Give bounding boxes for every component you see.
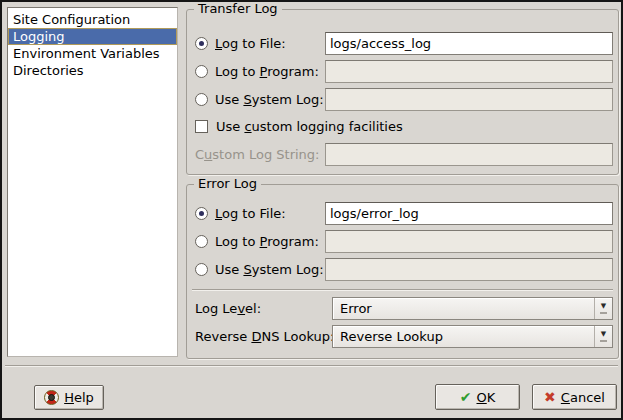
cancel-button-label: Cancel — [561, 390, 605, 405]
transfer-system-log-input — [325, 88, 613, 111]
ok-button-label: OK — [476, 390, 495, 405]
error-use-system-log-label[interactable]: Use System Log: — [215, 262, 324, 277]
use-custom-logging-label[interactable]: Use custom logging facilities — [216, 119, 403, 134]
error-frame-separator — [192, 289, 613, 291]
reverse-dns-label: Reverse DNS Lookup: — [195, 329, 334, 344]
cancel-button[interactable]: ✖ Cancel — [532, 384, 617, 410]
transfer-log-to-program-radio[interactable] — [195, 65, 208, 78]
transfer-log-to-file-radio[interactable] — [195, 37, 208, 50]
error-use-system-log-radio[interactable] — [195, 263, 208, 276]
help-button[interactable]: Help — [34, 385, 104, 410]
transfer-use-system-log-row: Use System Log: — [195, 88, 613, 111]
error-log-file-input[interactable] — [325, 202, 613, 225]
error-system-log-input — [325, 258, 613, 281]
transfer-log-frame: Transfer Log Log to File: Log to Program… — [186, 9, 619, 175]
transfer-log-to-program-label[interactable]: Log to Program: — [215, 64, 319, 79]
error-log-to-program-radio[interactable] — [195, 235, 208, 248]
transfer-use-system-log-radio[interactable] — [195, 93, 208, 106]
dialog-separator — [5, 365, 618, 367]
error-log-frame-title: Error Log — [194, 176, 261, 192]
error-log-to-file-row: Log to File: — [195, 202, 613, 225]
custom-log-string-row: Custom Log String: — [195, 143, 613, 166]
transfer-log-frame-title: Transfer Log — [194, 1, 282, 17]
reverse-dns-row: Reverse DNS Lookup: Reverse Lookup ▼ — [195, 325, 613, 348]
logging-config-dialog: Site Configuration Logging Environment V… — [0, 0, 623, 420]
cross-icon: ✖ — [544, 390, 556, 404]
error-log-to-program-label[interactable]: Log to Program: — [215, 234, 319, 249]
transfer-log-to-program-row: Log to Program: — [195, 60, 613, 83]
error-log-to-file-radio[interactable] — [195, 207, 208, 220]
sidebar-item-environment-variables[interactable]: Environment Variables — [8, 45, 177, 62]
error-log-to-program-row: Log to Program: — [195, 230, 613, 253]
custom-log-string-input — [325, 143, 613, 166]
transfer-use-system-log-label[interactable]: Use System Log: — [215, 92, 324, 107]
transfer-log-file-input[interactable] — [325, 32, 613, 55]
transfer-log-program-input — [325, 60, 613, 83]
help-button-label: Help — [64, 390, 94, 405]
log-level-value: Error — [333, 298, 594, 319]
reverse-dns-value: Reverse Lookup — [333, 326, 594, 347]
transfer-log-to-file-row: Log to File: — [195, 32, 613, 55]
config-section-list: Site Configuration Logging Environment V… — [7, 7, 178, 357]
error-log-frame: Error Log Log to File: Log to Program: U… — [186, 184, 619, 359]
sidebar-item-logging[interactable]: Logging — [8, 28, 177, 45]
reverse-dns-combobox[interactable]: Reverse Lookup ▼ — [332, 325, 613, 348]
chevron-down-icon[interactable]: ▼ — [594, 326, 612, 347]
check-icon: ✔ — [460, 390, 472, 404]
sidebar-item-directories[interactable]: Directories — [8, 62, 177, 79]
transfer-log-to-file-label[interactable]: Log to File: — [215, 36, 286, 51]
log-level-combobox[interactable]: Error ▼ — [332, 297, 613, 320]
log-level-row: Log Level: Error ▼ — [195, 297, 613, 320]
log-level-label: Log Level: — [195, 301, 261, 316]
use-custom-logging-checkbox[interactable] — [195, 120, 208, 133]
error-log-to-file-label[interactable]: Log to File: — [215, 206, 286, 221]
error-use-system-log-row: Use System Log: — [195, 258, 613, 281]
chevron-down-icon[interactable]: ▼ — [594, 298, 612, 319]
sidebar-item-site-configuration[interactable]: Site Configuration — [8, 11, 177, 28]
ok-button[interactable]: ✔ OK — [435, 384, 520, 410]
custom-logging-row: Use custom logging facilities — [195, 118, 613, 135]
error-log-program-input — [325, 230, 613, 253]
custom-log-string-label: Custom Log String: — [195, 147, 319, 162]
lifebuoy-icon — [44, 390, 59, 405]
